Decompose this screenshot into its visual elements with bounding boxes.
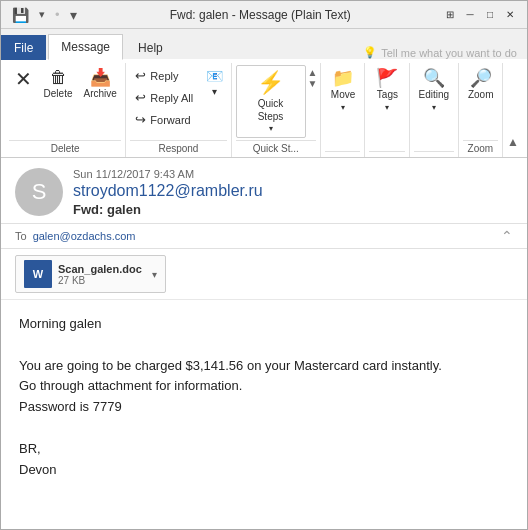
attachment-info: Scan_galen.doc 27 KB: [58, 263, 142, 286]
ribbon-group-respond: ↩ Reply ↩ Reply All ↪ Forward 📧 ▾ Respon…: [126, 63, 231, 157]
ribbon-group-move: 📁 Move ▾: [321, 63, 365, 157]
layout-icon[interactable]: ⊞: [441, 7, 459, 23]
respond-more-arrow: ▾: [212, 86, 217, 97]
quicksteps-group-label: Quick St...: [236, 140, 317, 157]
tags-group-label: [369, 151, 404, 157]
editing-label: Editing: [418, 89, 449, 101]
editing-button[interactable]: 🔍 Editing ▾: [414, 65, 454, 115]
email-from[interactable]: stroydom1122@rambler.ru: [73, 182, 513, 200]
reply-all-label: Reply All: [150, 92, 193, 104]
to-address[interactable]: galen@ozdachs.com: [33, 230, 136, 242]
title-bar: 💾 ▾ • ▾ Fwd: galen - Message (Plain Text…: [1, 1, 527, 29]
archive-icon: 📥: [90, 69, 111, 86]
tags-button[interactable]: 🚩 Tags ▾: [369, 65, 405, 115]
attachment-filename: Scan_galen.doc: [58, 263, 142, 275]
maximize-button[interactable]: □: [481, 7, 499, 23]
attachment-icon-text: W: [33, 268, 43, 280]
delete-label: Delete: [44, 88, 73, 100]
ribbon-group-editing: 🔍 Editing ▾: [410, 63, 459, 157]
tags-group-content: 🚩 Tags ▾: [369, 63, 404, 149]
editing-group-content: 🔍 Editing ▾: [414, 63, 454, 149]
delete-group-content: ✕ 🗑 Delete 📥 Archive: [9, 63, 121, 138]
reply-all-icon: ↩: [135, 90, 146, 105]
email-meta-row: S Sun 11/12/2017 9:43 AM stroydom1122@ra…: [15, 168, 513, 217]
ignore-button[interactable]: ✕: [9, 65, 37, 92]
zoom-group-label: Zoom: [463, 140, 498, 157]
body-charge: You are going to be charged $3,141.56 on…: [19, 356, 509, 377]
ignore-icon: ✕: [15, 69, 32, 89]
forward-button[interactable]: ↪ Forward: [130, 109, 198, 130]
window-title: Fwd: galen - Message (Plain Text): [80, 8, 441, 22]
respond-small-group: ↩ Reply ↩ Reply All ↪ Forward: [130, 65, 198, 130]
move-button[interactable]: 📁 Move ▾: [325, 65, 361, 115]
respond-more-icon: 📧: [206, 68, 223, 84]
zoom-icon: 🔎: [470, 69, 492, 87]
body-br: BR,: [19, 439, 509, 460]
ribbon-group-zoom: 🔎 Zoom Zoom: [459, 63, 503, 157]
respond-more-button[interactable]: 📧 ▾: [200, 65, 228, 100]
tab-file[interactable]: File: [1, 35, 46, 60]
zoom-button[interactable]: 🔎 Zoom: [463, 65, 499, 104]
reply-label: Reply: [150, 70, 178, 82]
body-greeting: Morning galen: [19, 314, 509, 335]
reply-all-button[interactable]: ↩ Reply All: [130, 87, 198, 108]
undo-icon[interactable]: •: [52, 5, 63, 24]
forward-icon: ↪: [135, 112, 146, 127]
move-arrow: ▾: [341, 103, 345, 112]
to-label: To: [15, 230, 27, 242]
forward-label: Forward: [150, 114, 190, 126]
tab-help[interactable]: Help: [125, 35, 176, 60]
move-label: Move: [331, 89, 355, 101]
quicksteps-group-content: ⚡ Quick Steps ▾ ▲▼: [236, 63, 317, 138]
quick-steps-icon: ⚡: [257, 70, 284, 96]
body-attachment-info: Go through attachment for information.: [19, 376, 509, 397]
delete-button[interactable]: 🗑 Delete: [39, 65, 77, 103]
window-controls: ⊞ ─ □ ✕: [441, 7, 519, 23]
attachment-item[interactable]: W Scan_galen.doc 27 KB ▾: [15, 255, 166, 293]
email-datetime: Sun 11/12/2017 9:43 AM: [73, 168, 513, 180]
archive-label: Archive: [84, 88, 117, 100]
save-icon[interactable]: 💾: [9, 5, 32, 25]
close-button[interactable]: ✕: [501, 7, 519, 23]
archive-button[interactable]: 📥 Archive: [79, 65, 121, 103]
email-body: Morning galen You are going to be charge…: [1, 300, 527, 494]
quick-steps-label: Quick: [258, 98, 284, 109]
quick-steps-label2: Steps: [258, 111, 284, 122]
quick-steps-arrow: ▾: [269, 124, 273, 133]
editing-icon: 🔍: [423, 69, 445, 87]
lightbulb-icon: 💡: [363, 46, 377, 59]
move-group-label: [325, 151, 360, 157]
reply-icon: ↩: [135, 68, 146, 83]
editing-group-label: [414, 151, 454, 157]
tab-message[interactable]: Message: [48, 34, 123, 60]
ribbon-group-quicksteps: ⚡ Quick Steps ▾ ▲▼ Quick St...: [232, 63, 322, 157]
attachment-dropdown-icon[interactable]: ▾: [152, 269, 157, 280]
attachment-filesize: 27 KB: [58, 275, 142, 286]
customize-icon[interactable]: ▾: [67, 5, 80, 25]
ribbon-expand-button[interactable]: ▲: [503, 133, 523, 151]
email-header: S Sun 11/12/2017 9:43 AM stroydom1122@ra…: [1, 158, 527, 224]
ribbon-expand-area: ▲: [503, 63, 523, 157]
quick-steps-button[interactable]: ⚡ Quick Steps ▾: [236, 65, 306, 138]
attachment-row: W Scan_galen.doc 27 KB ▾: [1, 249, 527, 300]
move-icon: 📁: [332, 69, 354, 87]
respond-group-content: ↩ Reply ↩ Reply All ↪ Forward 📧 ▾: [130, 63, 226, 138]
editing-arrow: ▾: [432, 103, 436, 112]
zoom-group-content: 🔎 Zoom: [463, 63, 498, 138]
search-placeholder-text[interactable]: Tell me what you want to do: [381, 47, 517, 59]
delete-group-label: Delete: [9, 140, 121, 157]
tags-icon: 🚩: [376, 69, 398, 87]
quicksteps-expand-btn[interactable]: ▲▼: [308, 67, 318, 89]
minimize-button[interactable]: ─: [461, 7, 479, 23]
delete-icon: 🗑: [50, 69, 67, 86]
attachment-icon: W: [24, 260, 52, 288]
tags-arrow: ▾: [385, 103, 389, 112]
undo-dropdown-icon[interactable]: ▾: [36, 6, 48, 23]
ribbon-tab-bar: File Message Help 💡 Tell me what you wan…: [1, 29, 527, 59]
collapse-button[interactable]: ⌃: [501, 228, 513, 244]
email-info: Sun 11/12/2017 9:43 AM stroydom1122@ramb…: [73, 168, 513, 217]
reply-button[interactable]: ↩ Reply: [130, 65, 198, 86]
email-subject: Fwd: galen: [73, 202, 513, 217]
zoom-label: Zoom: [468, 89, 494, 101]
tags-label: Tags: [377, 89, 398, 101]
